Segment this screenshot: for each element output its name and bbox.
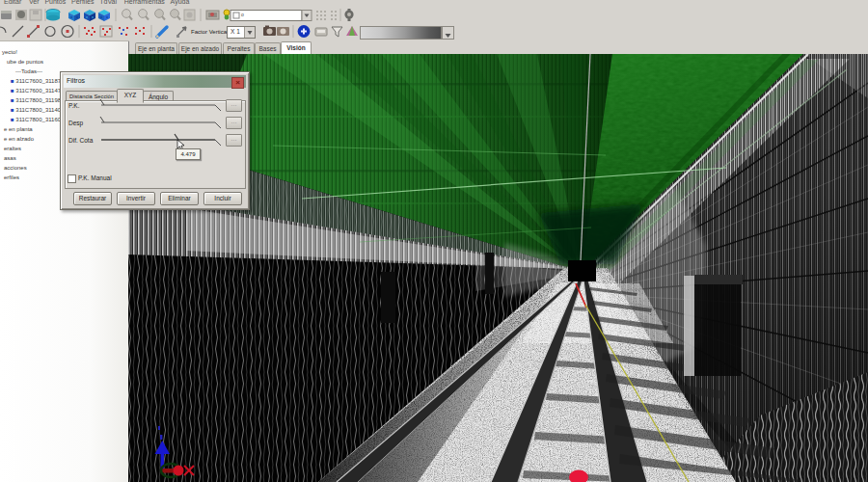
svg-text:P.K.: P.K. [68,102,80,109]
svg-text:Desp: Desp [68,120,84,127]
svg-text:o: o [241,12,244,17]
svg-text:Dif. Cota: Dif. Cota [68,137,94,144]
